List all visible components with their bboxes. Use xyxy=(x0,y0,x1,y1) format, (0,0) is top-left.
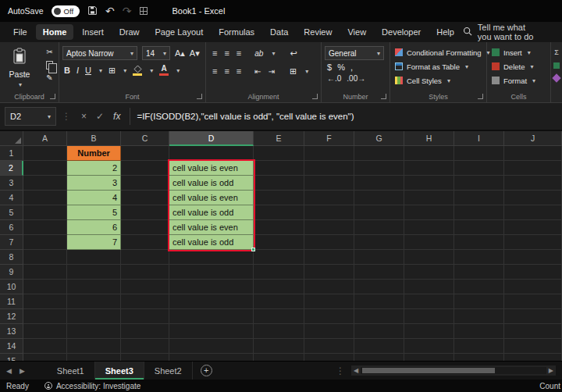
insert-cells-button[interactable]: Insert ▾ xyxy=(490,45,547,59)
cell-H13[interactable] xyxy=(404,324,454,339)
scroll-right-icon[interactable]: ▶ xyxy=(549,367,553,374)
formula-bar-handle-icon[interactable]: ⋮ xyxy=(62,111,71,122)
cell-C13[interactable] xyxy=(121,324,169,339)
cell-B1[interactable]: Number xyxy=(67,146,121,161)
cell-C6[interactable] xyxy=(121,220,169,235)
row-header-3[interactable]: 3 xyxy=(0,176,23,191)
cell-F11[interactable] xyxy=(304,294,354,309)
cell-G8[interactable] xyxy=(354,250,404,265)
cell-G13[interactable] xyxy=(354,324,404,339)
cell-C8[interactable] xyxy=(121,250,169,265)
cell-D11[interactable] xyxy=(169,294,254,309)
cell-F14[interactable] xyxy=(304,339,354,354)
row-header-13[interactable]: 13 xyxy=(0,324,23,339)
cell-F7[interactable] xyxy=(304,235,354,250)
cell-F13[interactable] xyxy=(304,324,354,339)
cell-D15[interactable] xyxy=(169,354,254,361)
cell-J7[interactable] xyxy=(504,235,562,250)
cell-I13[interactable] xyxy=(454,324,504,339)
column-header-H[interactable]: H xyxy=(404,131,454,146)
tab-help[interactable]: Help xyxy=(429,24,461,40)
merge-center-icon[interactable]: ⊞ xyxy=(290,67,297,76)
row-header-6[interactable]: 6 xyxy=(0,220,23,235)
column-header-G[interactable]: G xyxy=(354,131,404,146)
cell-J9[interactable] xyxy=(504,265,562,280)
cell-F3[interactable] xyxy=(304,176,354,191)
cell-E7[interactable] xyxy=(254,235,304,250)
column-header-D[interactable]: D xyxy=(169,131,254,146)
analyze-data-icon[interactable] xyxy=(552,73,560,82)
delete-cells-button[interactable]: Delete ▾ xyxy=(490,59,547,73)
cell-I9[interactable] xyxy=(454,265,504,280)
font-color-button[interactable]: A xyxy=(159,65,169,76)
cell-A11[interactable] xyxy=(23,294,67,309)
cell-I12[interactable] xyxy=(454,309,504,324)
cell-E5[interactable] xyxy=(254,205,304,220)
cell-A6[interactable] xyxy=(23,220,67,235)
scrollbar-track[interactable] xyxy=(361,367,546,374)
save-icon[interactable] xyxy=(87,5,98,17)
fill-icon[interactable] xyxy=(553,62,560,69)
row-header-9[interactable]: 9 xyxy=(0,265,23,280)
cell-B4[interactable]: 4 xyxy=(67,191,121,205)
cell-B13[interactable] xyxy=(67,324,121,339)
cell-C9[interactable] xyxy=(121,265,169,280)
cell-A4[interactable] xyxy=(23,191,67,205)
row-header-1[interactable]: 1 xyxy=(0,146,23,161)
cell-E3[interactable] xyxy=(254,176,304,191)
conditional-formatting-button[interactable]: Conditional Formatting ▾ xyxy=(393,45,483,59)
cell-G7[interactable] xyxy=(354,235,404,250)
cell-I15[interactable] xyxy=(454,354,504,361)
cell-J15[interactable] xyxy=(504,354,562,361)
cancel-entry-icon[interactable]: × xyxy=(81,111,87,122)
fill-color-button[interactable] xyxy=(133,66,142,76)
styles-dialog-launcher-icon[interactable] xyxy=(478,94,483,99)
cell-D13[interactable] xyxy=(169,324,254,339)
cell-G5[interactable] xyxy=(354,205,404,220)
decrease-font-icon[interactable]: A▾ xyxy=(190,49,200,58)
cell-H3[interactable] xyxy=(404,176,454,191)
cell-E6[interactable] xyxy=(254,220,304,235)
row-header-5[interactable]: 5 xyxy=(0,205,23,220)
redo-icon[interactable]: ↷ xyxy=(123,5,132,16)
cell-C11[interactable] xyxy=(121,294,169,309)
tab-home[interactable]: Home xyxy=(36,24,74,40)
cell-H10[interactable] xyxy=(404,280,454,294)
cell-D6[interactable]: cell value is even xyxy=(169,220,254,235)
cell-F1[interactable] xyxy=(304,146,354,161)
autosum-icon[interactable]: Σ xyxy=(554,48,559,56)
cell-H11[interactable] xyxy=(404,294,454,309)
tab-view[interactable]: View xyxy=(340,24,373,40)
cell-H15[interactable] xyxy=(404,354,454,361)
column-header-E[interactable]: E xyxy=(254,131,304,146)
cell-G1[interactable] xyxy=(354,146,404,161)
cell-E1[interactable] xyxy=(254,146,304,161)
row-header-11[interactable]: 11 xyxy=(0,294,23,309)
cell-A3[interactable] xyxy=(23,176,67,191)
row-header-12[interactable]: 12 xyxy=(0,309,23,324)
cell-E13[interactable] xyxy=(254,324,304,339)
paste-button[interactable]: Paste ▾ xyxy=(3,46,36,88)
font-dialog-launcher-icon[interactable] xyxy=(197,94,202,99)
cell-G11[interactable] xyxy=(354,294,404,309)
cell-F9[interactable] xyxy=(304,265,354,280)
number-format-combo[interactable]: General ▾ xyxy=(325,46,384,60)
cell-J12[interactable] xyxy=(504,309,562,324)
cell-C15[interactable] xyxy=(121,354,169,361)
font-name-combo[interactable]: Aptos Narrow ▾ xyxy=(62,46,137,60)
align-middle-icon[interactable]: ≡ xyxy=(224,49,229,58)
cell-G6[interactable] xyxy=(354,220,404,235)
cell-J13[interactable] xyxy=(504,324,562,339)
cell-H9[interactable] xyxy=(404,265,454,280)
cell-D4[interactable]: cell value is even xyxy=(169,191,254,205)
accounting-format-icon[interactable]: $ xyxy=(327,63,332,72)
tab-page-layout[interactable]: Page Layout xyxy=(148,24,210,40)
cell-J14[interactable] xyxy=(504,339,562,354)
formula-input[interactable]: =IF(ISODD(B2),"cell value is odd", "cell… xyxy=(137,112,354,121)
column-header-J[interactable]: J xyxy=(504,131,562,146)
cell-C2[interactable] xyxy=(121,161,169,176)
cell-B9[interactable] xyxy=(67,265,121,280)
cell-H14[interactable] xyxy=(404,339,454,354)
prev-sheet-icon[interactable]: ◀ xyxy=(6,367,12,375)
cell-C10[interactable] xyxy=(121,280,169,294)
